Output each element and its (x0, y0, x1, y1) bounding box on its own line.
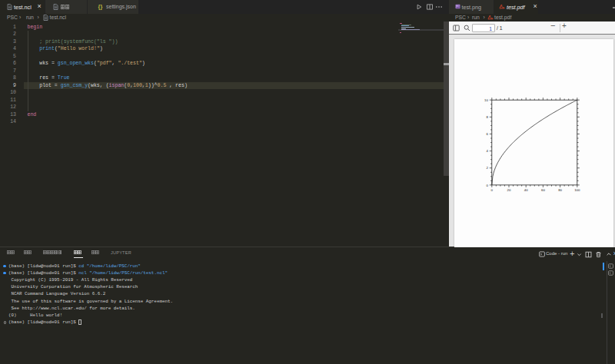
svg-text:8: 8 (487, 114, 489, 118)
svg-text:6: 6 (487, 132, 489, 136)
svg-text:20: 20 (507, 187, 511, 191)
svg-text:60: 60 (541, 187, 545, 191)
svg-text:100: 100 (574, 187, 580, 191)
svg-text:0: 0 (491, 187, 494, 191)
svg-text:40: 40 (524, 187, 528, 191)
svg-text:4: 4 (487, 149, 489, 153)
svg-text:10: 10 (484, 98, 488, 101)
svg-text:80: 80 (558, 187, 562, 191)
svg-text:2: 2 (487, 166, 489, 170)
svg-text:0: 0 (487, 183, 489, 187)
